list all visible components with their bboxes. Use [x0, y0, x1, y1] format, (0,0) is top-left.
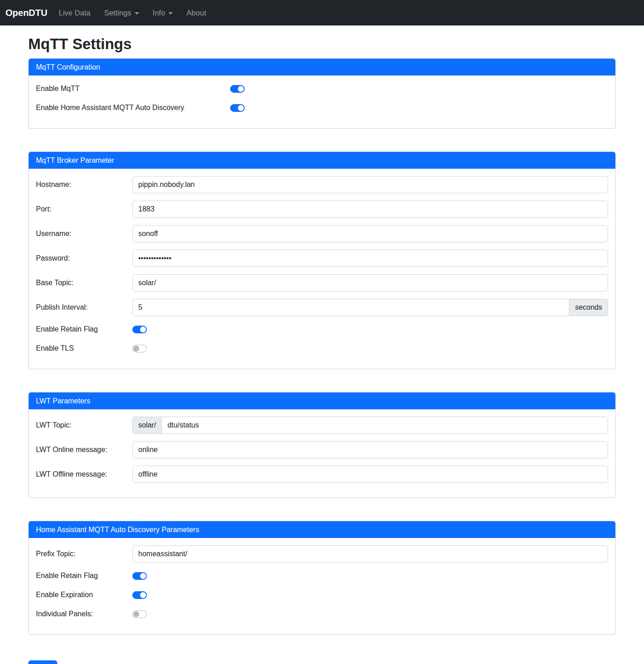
ha-retain-label: Enable Retain Flag	[36, 572, 132, 580]
mqtt-broker-body: Hostname: Port: Username: Password: Base…	[29, 169, 615, 369]
publish-interval-group: seconds	[132, 299, 608, 316]
password-input[interactable]	[132, 250, 608, 267]
hostname-input[interactable]	[132, 176, 608, 193]
lwt-online-row: LWT Online message:	[36, 441, 608, 458]
port-input[interactable]	[132, 201, 608, 218]
nav-about-label: About	[186, 9, 206, 17]
nav-info-label: Info	[153, 9, 166, 17]
prefix-topic-label: Prefix Topic:	[36, 550, 132, 558]
username-row: Username:	[36, 225, 608, 242]
lwt-topic-row: LWT Topic: solar/	[36, 417, 608, 434]
prefix-topic-input[interactable]	[132, 545, 608, 563]
port-row: Port:	[36, 201, 608, 218]
hostname-row: Hostname:	[36, 176, 608, 193]
prefix-topic-row: Prefix Topic:	[36, 545, 608, 563]
publish-interval-label: Publish Interval:	[36, 303, 132, 312]
enable-tls-toggle[interactable]	[132, 345, 147, 352]
individual-panels-toggle[interactable]	[132, 610, 147, 618]
ha-discovery-header: Home Assistant MQTT Auto Discovery Param…	[29, 521, 615, 538]
individual-panels-label: Individual Panels:	[36, 610, 132, 618]
enable-mqtt-toggle[interactable]	[230, 85, 245, 93]
caret-down-icon	[168, 12, 173, 15]
lwt-topic-group: solar/	[132, 417, 608, 434]
port-label: Port:	[36, 205, 132, 213]
base-topic-input[interactable]	[132, 274, 608, 292]
lwt-parameters-card: LWT Parameters LWT Topic: solar/ LWT Onl…	[28, 392, 616, 498]
navbar-nav: Live Data Settings Info About	[52, 5, 213, 21]
lwt-online-input[interactable]	[132, 441, 608, 458]
ha-retain-row: Enable Retain Flag	[36, 570, 608, 582]
enable-retain-row: Enable Retain Flag	[36, 323, 608, 335]
publish-interval-input[interactable]	[132, 299, 569, 316]
save-button[interactable]: Save	[28, 660, 57, 664]
lwt-parameters-body: LWT Topic: solar/ LWT Online message: LW…	[29, 409, 615, 498]
hostname-label: Hostname:	[36, 181, 132, 189]
lwt-topic-prefix: solar/	[132, 417, 161, 434]
mqtt-configuration-card: MqTT Configuration Enable MqTT Enable Ho…	[28, 58, 616, 129]
publish-interval-row: Publish Interval: seconds	[36, 299, 608, 316]
ha-discovery-card: Home Assistant MQTT Auto Discovery Param…	[28, 521, 616, 635]
brand-opendtu[interactable]: OpenDTU	[5, 6, 47, 20]
password-label: Password:	[36, 254, 132, 262]
mqtt-configuration-header: MqTT Configuration	[29, 59, 615, 75]
password-row: Password:	[36, 250, 608, 267]
enable-tls-label: Enable TLS	[36, 344, 132, 352]
enable-ha-discovery-toggle[interactable]	[230, 104, 245, 112]
nav-item-live-data[interactable]: Live Data	[52, 5, 97, 21]
enable-retain-toggle[interactable]	[132, 326, 147, 333]
page-title: MqTT Settings	[28, 35, 616, 53]
ha-expiration-toggle[interactable]	[132, 591, 147, 599]
enable-mqtt-label: Enable MqTT	[36, 85, 230, 93]
enable-ha-discovery-label: Enable Home Assistant MQTT Auto Discover…	[36, 104, 230, 112]
lwt-parameters-header: LWT Parameters	[29, 392, 615, 409]
base-topic-label: Base Topic:	[36, 279, 132, 287]
caret-down-icon	[135, 12, 139, 15]
main-container: MqTT Settings MqTT Configuration Enable …	[28, 35, 616, 664]
nav-item-settings[interactable]: Settings	[97, 5, 146, 21]
ha-expiration-label: Enable Expiration	[36, 591, 132, 599]
username-label: Username:	[36, 230, 132, 238]
ha-expiration-row: Enable Expiration	[36, 589, 608, 601]
mqtt-configuration-body: Enable MqTT Enable Home Assistant MQTT A…	[29, 75, 615, 128]
mqtt-broker-header: MqTT Broker Parameter	[29, 152, 615, 169]
lwt-offline-row: LWT Offline message:	[36, 466, 608, 483]
username-input[interactable]	[132, 225, 608, 242]
lwt-offline-label: LWT Offline message:	[36, 470, 132, 478]
lwt-topic-input[interactable]	[161, 417, 608, 434]
enable-mqtt-row: Enable MqTT	[36, 83, 608, 95]
ha-retain-toggle[interactable]	[132, 572, 147, 580]
enable-ha-discovery-row: Enable Home Assistant MQTT Auto Discover…	[36, 102, 608, 114]
nav-item-about[interactable]: About	[180, 5, 213, 21]
top-navbar: OpenDTU Live Data Settings Info About	[0, 0, 644, 25]
ha-discovery-body: Prefix Topic: Enable Retain Flag Enable …	[29, 538, 615, 634]
base-topic-row: Base Topic:	[36, 274, 608, 292]
individual-panels-row: Individual Panels:	[36, 608, 608, 620]
enable-retain-label: Enable Retain Flag	[36, 325, 132, 333]
lwt-topic-label: LWT Topic:	[36, 421, 132, 429]
enable-tls-row: Enable TLS	[36, 342, 608, 354]
nav-live-data-label: Live Data	[59, 9, 91, 17]
nav-item-info[interactable]: Info	[146, 5, 180, 21]
nav-settings-label: Settings	[104, 9, 131, 17]
mqtt-broker-card: MqTT Broker Parameter Hostname: Port: Us…	[28, 151, 616, 369]
publish-interval-unit: seconds	[569, 299, 608, 316]
lwt-online-label: LWT Online message:	[36, 446, 132, 454]
lwt-offline-input[interactable]	[132, 466, 608, 483]
